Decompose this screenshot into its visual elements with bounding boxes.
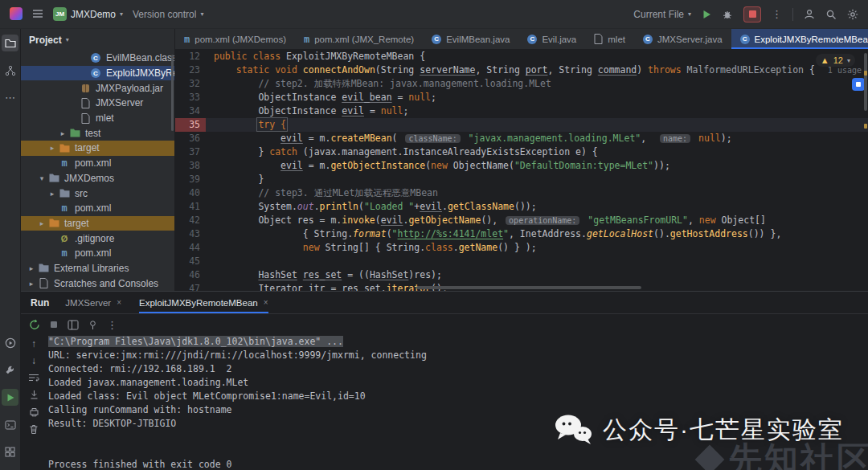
chevron-expanded-icon[interactable]: ▾ [36,174,47,182]
stop-disabled-icon[interactable] [49,320,59,329]
editor-tab-evil-java[interactable]: CEvil.java [518,29,585,49]
chevron-collapsed-icon[interactable]: ▸ [47,144,58,152]
print-icon[interactable] [29,407,39,417]
code-line[interactable]: 46 HashSet res_set = ((HashSet)res); [175,268,868,282]
tree-item-external-libraries[interactable]: ▸External Libraries [21,261,174,276]
tree-item-target[interactable]: ▸target [21,141,174,156]
warning-stripe-mark[interactable] [864,71,867,76]
code-line[interactable]: 35 try { [175,118,868,132]
editor-tab-evilmbean-java[interactable]: CEvilMBean.java [423,29,518,49]
more-vertical-icon[interactable]: ⋮ [107,320,117,330]
code-line[interactable]: 23 static void connectAndOwn(String serv… [175,63,868,77]
tree-item-src[interactable]: ▸src [21,186,174,201]
code-line[interactable]: 32 // step2. 加载特殊MBean: javax.management… [175,77,868,91]
structure-icon[interactable] [2,62,18,79]
run-panel-title[interactable]: Run [31,297,49,309]
editor-tab-mlet[interactable]: mlet [585,29,634,49]
code-line[interactable]: 43 { String.format("http://%s:4141/mlet"… [175,227,868,241]
project-selector[interactable]: JM JMXDemo ▾ [53,7,123,21]
close-icon[interactable]: × [117,298,121,307]
tree-item-label: pom.xml [75,157,111,169]
code-line[interactable]: 45 [175,255,868,268]
editor-hscrollbar[interactable] [416,286,641,289]
project-panel-header[interactable]: Project ▾ [21,29,174,51]
code-line[interactable]: 34 ObjectInstance evil = null; [175,104,868,118]
code-text: ObjectInstance evil_bean = null; [206,91,436,104]
code-line[interactable]: 44 new String[] { String.class.getName()… [175,241,868,255]
code-editor[interactable]: 12public class ExploitJMXByRemoteMBean {… [175,50,868,291]
code-line[interactable]: 12public class ExploitJMXByRemoteMBean { [175,50,868,63]
chevron-collapsed-icon[interactable]: ▸ [36,219,47,227]
editor-tab-pom-xml-jmx-remote[interactable]: mpom.xml (JMX_Remote) [295,29,423,49]
arrow-up-icon[interactable]: ↑ [31,339,36,349]
layout-icon[interactable] [68,320,79,330]
close-icon[interactable]: × [264,298,268,307]
run-tab-jmxserver[interactable]: JMXServer× [65,292,121,313]
services-icon[interactable] [2,443,18,460]
tree-item-pom-xml[interactable]: mpom.xml [21,246,174,261]
project-scrollbar[interactable] [171,55,174,131]
tree-item-evilmbean-class[interactable]: CEvilMBean.class [21,51,174,66]
editor-tab-jmxserver-java[interactable]: CJMXServer.java [634,29,731,49]
ide-window: JM JMXDemo ▾ Version control ▾ Current F… [0,0,868,470]
more-horizontal-icon[interactable]: ⋯ [2,89,18,106]
code-line[interactable]: 38 evil = m.getObjectInstance(new Object… [175,159,868,173]
vcs-widget[interactable]: Version control ▾ [133,9,203,20]
tree-item-test[interactable]: ▸test [21,125,174,141]
settings-icon[interactable] [847,9,858,20]
code-text: } [206,173,264,186]
editor-tab-label: mlet [608,35,625,44]
warning-stripe-mark[interactable] [864,124,867,129]
tree-item-pom-xml[interactable]: mpom.xml [21,156,174,171]
folder-excluded-icon [47,219,60,227]
tree-item-jmxdemos[interactable]: ▾JMXDemos [21,171,174,186]
editor-scrollbar[interactable] [864,53,867,111]
project-folder-icon[interactable] [2,35,18,51]
arrow-down-icon[interactable]: ↓ [31,356,36,366]
scroll-to-end-icon[interactable] [29,390,39,400]
code-line[interactable]: 42 Object res = m.invoke(evil.getObjectN… [175,214,868,227]
line-number: 32 [175,77,206,91]
chevron-collapsed-icon[interactable]: ▸ [26,264,37,272]
stop-icon[interactable] [743,6,761,22]
run-config-selector[interactable]: Current File ▾ [633,9,691,20]
build-icon[interactable] [2,362,18,378]
editor-tab-pom-xml-jmxdemos[interactable]: mpom.xml (JMXDemos) [175,29,295,49]
search-icon[interactable] [825,9,837,20]
tree-item-jmxpayload-jar[interactable]: JMXPayload.jar [21,80,174,96]
soft-wrap-icon[interactable] [28,373,39,382]
user-icon[interactable] [804,9,815,19]
chevron-collapsed-icon[interactable]: ▸ [57,129,68,137]
code-line[interactable]: 39 } [175,173,868,186]
run-tab-exploitjmxbyremotembean[interactable]: ExploitJMXByRemoteMBean× [139,292,268,313]
inspections-widget[interactable]: ▲ 12 ▾ [816,54,855,67]
rerun-icon[interactable] [29,319,40,330]
run-tool-icon[interactable] [2,389,18,406]
chevron-collapsed-icon[interactable]: ▸ [47,190,58,198]
tree-item-scratches-and-consoles[interactable]: ▸Scratches and Consoles [21,276,174,291]
code-line[interactable]: 41 System.out.println("Loaded "+evil.get… [175,200,868,214]
chevron-collapsed-icon[interactable]: ▸ [26,280,37,288]
code-line[interactable]: 40 // step3. 通过MLet加载远程恶意MBean [175,186,868,200]
editor-tab-exploitjmxbyremotembean-java[interactable]: CExploitJMXByRemoteMBean.java [731,29,868,49]
run-icon[interactable] [702,10,711,19]
titlebar-left: JM JMXDemo ▾ Version control ▾ [10,7,203,22]
tree-item-gitignore[interactable]: Ø.gitignore [21,231,174,246]
tree-item-jmxserver[interactable]: JMXServer [21,96,174,111]
pin-icon[interactable] [88,320,98,330]
run-anything-icon[interactable] [2,334,18,351]
more-vertical-icon[interactable]: ⋮ [772,9,782,19]
tree-item-exploitjmxbyremotembean[interactable]: CExploitJMXByRemoteMBean [21,66,174,81]
maven-file-icon: m [184,35,190,44]
tree-item-mlet[interactable]: mlet [21,111,174,126]
terminal-icon[interactable] [2,416,18,433]
hamburger-menu-icon[interactable] [32,9,43,20]
tree-item-pom-xml[interactable]: mpom.xml [21,201,174,216]
code-line[interactable]: 33 ObjectInstance evil_bean = null; [175,91,868,104]
code-line[interactable]: 36 evil = m.createMBean( className: "jav… [175,132,868,145]
code-line[interactable]: 37 } catch (javax.management.InstanceAlr… [175,145,868,159]
debug-icon[interactable] [722,9,733,19]
tree-item-target[interactable]: ▸target [21,216,174,231]
editor-widget-icon[interactable] [852,78,865,91]
clear-all-icon[interactable] [29,424,39,435]
